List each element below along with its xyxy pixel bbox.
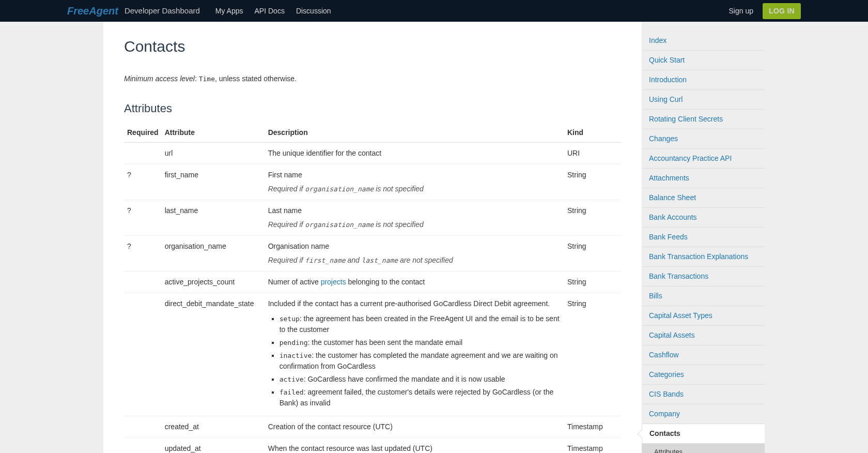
table-row: ? organisation_name Organisation name Re… <box>124 236 621 271</box>
list-item: pending: the customer has been sent the … <box>280 337 561 348</box>
sidebar-link[interactable]: Changes <box>649 134 678 143</box>
table-row: ? first_name First name Required if orga… <box>124 164 621 200</box>
th-description: Description <box>265 123 564 143</box>
sidebar-item[interactable]: Cashflow <box>642 345 765 365</box>
access-level: Minimum access level: Time, unless state… <box>124 73 621 84</box>
attributes-table: Required Attribute Description Kind url … <box>124 123 621 453</box>
table-row: url The unique identifier for the contac… <box>124 143 621 164</box>
nav-api-docs[interactable]: API Docs <box>255 6 285 17</box>
topbar: FreeAgent Developer Dashboard My Apps AP… <box>0 0 868 22</box>
right-links: Sign up LOG IN <box>729 3 801 19</box>
table-row: active_projects_count Numer of active pr… <box>124 271 621 293</box>
th-kind: Kind <box>564 123 621 143</box>
nav-discussion[interactable]: Discussion <box>296 6 331 17</box>
sidebar-item[interactable]: Bank Transaction Explanations <box>642 247 765 267</box>
sidebar-item[interactable]: Quick Start <box>642 51 765 70</box>
sidebar-link[interactable]: Categories <box>649 370 684 379</box>
sidebar-item[interactable]: Balance Sheet <box>642 188 765 208</box>
list-item: active: GoCardless have confirmed the ma… <box>280 374 561 385</box>
sidebar-link[interactable]: Attachments <box>649 174 689 182</box>
sidebar-link[interactable]: Bank Transaction Explanations <box>649 252 748 261</box>
logo-sub: Developer Dashboard <box>125 5 200 17</box>
login-button[interactable]: LOG IN <box>763 3 801 19</box>
states-list: setup: the agreement has been created in… <box>280 313 561 409</box>
sidebar: IndexQuick StartIntroductionUsing CurlRo… <box>642 31 765 453</box>
logo-main: FreeAgent <box>67 3 118 19</box>
sidebar-item[interactable]: Changes <box>642 129 765 149</box>
sidebar-link[interactable]: Bills <box>649 292 662 300</box>
sidebar-item[interactable]: Company <box>642 404 765 424</box>
sidebar-link[interactable]: Capital Assets <box>649 331 695 339</box>
sidebar-item-active[interactable]: Contacts <box>642 424 765 444</box>
sidebar-item[interactable]: Bills <box>642 286 765 306</box>
table-row: updated_at When the contact resource was… <box>124 438 621 454</box>
sidebar-link[interactable]: Bank Transactions <box>649 272 708 280</box>
sidebar-link[interactable]: Company <box>649 410 680 418</box>
sidebar-link[interactable]: Rotating Client Secrets <box>649 115 723 123</box>
sidebar-link[interactable]: Cashflow <box>649 351 679 359</box>
table-row: created_at Creation of the contact resou… <box>124 416 621 438</box>
logo[interactable]: FreeAgent Developer Dashboard <box>67 3 200 19</box>
sidebar-item[interactable]: Accountancy Practice API <box>642 149 765 169</box>
sidebar-item[interactable]: Attachments <box>642 169 765 188</box>
nav-links: My Apps API Docs Discussion <box>215 6 331 17</box>
sidebar-link[interactable]: Quick Start <box>649 56 685 64</box>
projects-link[interactable]: projects <box>321 278 346 286</box>
sidebar-item[interactable]: Bank Accounts <box>642 208 765 228</box>
table-row: direct_debit_mandate_state Included if t… <box>124 293 621 416</box>
sidebar-link[interactable]: CIS Bands <box>649 390 684 398</box>
table-header-row: Required Attribute Description Kind <box>124 123 621 143</box>
th-required: Required <box>124 123 162 143</box>
list-item: inactive: the customer has completed the… <box>280 350 561 372</box>
sidebar-link[interactable]: Introduction <box>649 76 687 84</box>
content: Contacts Minimum access level: Time, unl… <box>103 22 642 453</box>
sidebar-link[interactable]: Balance Sheet <box>649 193 696 202</box>
sidebar-link[interactable]: Bank Feeds <box>649 233 688 241</box>
sidebar-item[interactable]: Bank Transactions <box>642 267 765 286</box>
sidebar-item[interactable]: Introduction <box>642 70 765 90</box>
signup-link[interactable]: Sign up <box>729 6 753 17</box>
page-title: Contacts <box>124 35 621 58</box>
sidebar-item[interactable]: Categories <box>642 365 765 385</box>
sidebar-item[interactable]: Capital Assets <box>642 326 765 345</box>
sidebar-item[interactable]: Using Curl <box>642 90 765 110</box>
sidebar-sub-link[interactable]: Attributes <box>654 448 683 453</box>
list-item: failed: agreement failed, the customer's… <box>280 387 561 409</box>
sidebar-link[interactable]: Bank Accounts <box>649 213 697 221</box>
sidebar-item[interactable]: Bank Feeds <box>642 228 765 247</box>
sidebar-link[interactable]: Accountancy Practice API <box>649 154 732 162</box>
sidebar-item[interactable]: Capital Asset Types <box>642 306 765 326</box>
section-attributes: Attributes <box>124 100 621 117</box>
sidebar-item[interactable]: CIS Bands <box>642 385 765 404</box>
sidebar-link[interactable]: Capital Asset Types <box>649 311 712 320</box>
list-item: setup: the agreement has been created in… <box>280 313 561 335</box>
sidebar-link[interactable]: Index <box>649 36 667 44</box>
sidebar-link[interactable]: Using Curl <box>649 95 683 103</box>
sidebar-item[interactable]: Rotating Client Secrets <box>642 110 765 129</box>
th-attribute: Attribute <box>162 123 265 143</box>
table-row: ? last_name Last name Required if organi… <box>124 200 621 236</box>
sidebar-sub-item[interactable]: Attributes <box>642 444 765 453</box>
nav-my-apps[interactable]: My Apps <box>215 6 243 17</box>
sidebar-item[interactable]: Index <box>642 31 765 51</box>
